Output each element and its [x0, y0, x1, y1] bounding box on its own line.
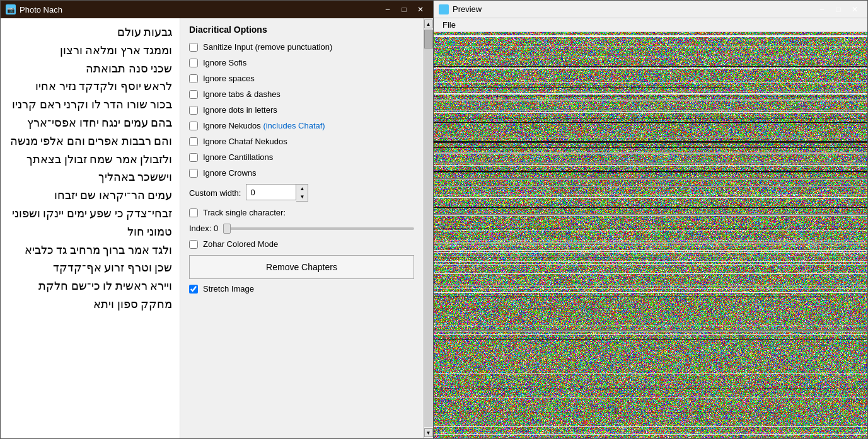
preview-close-button[interactable]: ✕	[847, 4, 862, 15]
custom-width-row: Custom width: ▲ ▼	[189, 184, 414, 202]
option-row-ignore-tabs: Ignore tabs & dashes	[189, 89, 414, 99]
scroll-down-arrow[interactable]: ▼	[424, 428, 433, 437]
ignore-nekudos-label[interactable]: Ignore Nekudos (includes Chataf)	[203, 121, 325, 130]
custom-width-input[interactable]	[246, 184, 296, 200]
ignore-dots-label[interactable]: Ignore dots in letters	[203, 105, 277, 115]
maximize-button[interactable]: □	[396, 4, 412, 15]
minimize-button[interactable]: –	[380, 4, 395, 15]
hebrew-line: ויירא ראשית לו כי־שם חלקת מחקק ספון ויתא	[8, 277, 172, 314]
option-row-ignore-sofis: Ignore Sofis	[189, 58, 414, 67]
hebrew-line: והם רבבות אפרים והם אלפי מנשה	[8, 132, 172, 151]
close-button[interactable]: ✕	[413, 4, 428, 15]
option-row-ignore-dots: Ignore dots in letters	[189, 105, 414, 115]
ignore-cantillations-checkbox[interactable]	[189, 153, 198, 162]
option-row-ignore-crowns: Ignore Crowns	[189, 168, 414, 178]
window-controls: – □ ✕	[380, 4, 428, 15]
track-single-checkbox[interactable]	[189, 208, 198, 217]
zohar-colored-checkbox[interactable]	[189, 240, 198, 249]
hebrew-line: שכני סנה תבואתה	[8, 60, 172, 78]
app-icon: 📷	[6, 4, 16, 14]
spinner-buttons: ▲ ▼	[296, 184, 308, 202]
preview-window-controls: – □ ✕	[814, 4, 862, 15]
hebrew-line: עמים הר־יקראו שם יזבחו זבחי־צדק כי שפע י…	[8, 186, 172, 241]
ignore-chataf-checkbox[interactable]	[189, 137, 198, 146]
options-title: Diacritical Options	[189, 25, 414, 35]
ignore-tabs-checkbox[interactable]	[189, 90, 198, 99]
ignore-nekudos-checkbox[interactable]	[189, 122, 198, 130]
option-row-ignore-nekudos: Ignore Nekudos (includes Chataf)	[189, 121, 414, 130]
spinner-container: ▲ ▼	[246, 184, 308, 202]
custom-width-label: Custom width:	[189, 188, 241, 198]
ignore-cantillations-label[interactable]: Ignore Cantillations	[203, 152, 273, 162]
preview-minimize-button[interactable]: –	[814, 4, 830, 15]
sanitize-checkbox[interactable]	[189, 43, 198, 52]
scroll-track	[424, 30, 433, 427]
hebrew-line: וממגד ארץ ומלאה ורצון	[8, 42, 172, 60]
hebrew-line: ולגד אמר ברוך מרחיב גד כלביא שכן וטרף זר…	[8, 241, 172, 278]
scroll-thumb[interactable]	[424, 30, 433, 48]
option-row-ignore-cantillations: Ignore Cantillations	[189, 152, 414, 162]
zohar-colored-row: Zohar Colored Mode	[189, 239, 414, 249]
left-window-title: Photo Nach	[20, 5, 62, 14]
ignore-chataf-label[interactable]: Ignore Chataf Nekudos	[203, 137, 287, 146]
right-window: Preview – □ ✕ File	[434, 0, 868, 439]
sanitize-label[interactable]: Sanitize Input (remove punctuation)	[203, 42, 332, 52]
spinner-down[interactable]: ▼	[296, 193, 308, 201]
scroll-up-arrow[interactable]: ▲	[424, 20, 433, 28]
option-row-ignore-chataf: Ignore Chataf Nekudos	[189, 137, 414, 146]
ignore-spaces-label[interactable]: Ignore spaces	[203, 74, 255, 83]
slider-thumb[interactable]	[223, 224, 231, 234]
hebrew-text-panel: גבעות עולםוממגד ארץ ומלאה ורצוןשכני סנה …	[1, 18, 180, 438]
index-label: Index: 0	[189, 224, 218, 233]
hebrew-line: לראש יוסף ולקדקד נזיר אחיו	[8, 77, 172, 96]
menu-file[interactable]: File	[439, 19, 460, 31]
preview-title: Preview	[453, 4, 482, 14]
ignore-dots-checkbox[interactable]	[189, 106, 198, 115]
track-single-label[interactable]: Track single character:	[203, 208, 286, 217]
slider-track	[223, 227, 414, 230]
hebrew-line: גבעות עולם	[8, 23, 172, 42]
preview-icon	[439, 4, 449, 14]
hebrew-line: בכור שורו הדר לו וקרני ראם קרניו בהם עמי…	[8, 96, 172, 132]
option-row-ignore-spaces: Ignore spaces	[189, 74, 414, 83]
options-panel: Diacritical Options Sanitize Input (remo…	[180, 18, 423, 438]
noise-canvas	[434, 32, 867, 438]
track-single-row: Track single character:	[189, 208, 414, 217]
left-titlebar: 📷 Photo Nach – □ ✕	[1, 1, 433, 18]
preview-maximize-button[interactable]: □	[831, 4, 846, 15]
ignore-sofis-checkbox[interactable]	[189, 59, 198, 67]
left-window: 📷 Photo Nach – □ ✕ גבעות עולםוממגד ארץ ו…	[0, 0, 434, 439]
stretch-image-label[interactable]: Stretch Image	[203, 284, 254, 294]
option-row-sanitize: Sanitize Input (remove punctuation)	[189, 42, 414, 52]
remove-chapters-button[interactable]: Remove Chapters	[189, 255, 414, 279]
stretch-image-checkbox[interactable]	[189, 285, 198, 294]
vertical-scrollbar[interactable]: ▲ ▼	[423, 18, 433, 438]
ignore-crowns-checkbox[interactable]	[189, 169, 198, 178]
spinner-up[interactable]: ▲	[296, 185, 308, 193]
preview-titlebar: Preview – □ ✕	[434, 1, 867, 18]
preview-content	[434, 32, 867, 438]
stretch-image-row: Stretch Image	[189, 284, 414, 294]
ignore-spaces-checkbox[interactable]	[189, 74, 198, 83]
zohar-colored-label[interactable]: Zohar Colored Mode	[203, 239, 278, 249]
ignore-sofis-label[interactable]: Ignore Sofis	[203, 58, 246, 67]
index-row: Index: 0	[189, 224, 414, 233]
preview-menu: File	[434, 18, 867, 32]
ignore-tabs-label[interactable]: Ignore tabs & dashes	[203, 89, 281, 99]
hebrew-line: ולזבולן אמר שמח זבולן בצאתך ויששכר באהלי…	[8, 151, 172, 187]
ignore-crowns-label[interactable]: Ignore Crowns	[203, 168, 257, 178]
